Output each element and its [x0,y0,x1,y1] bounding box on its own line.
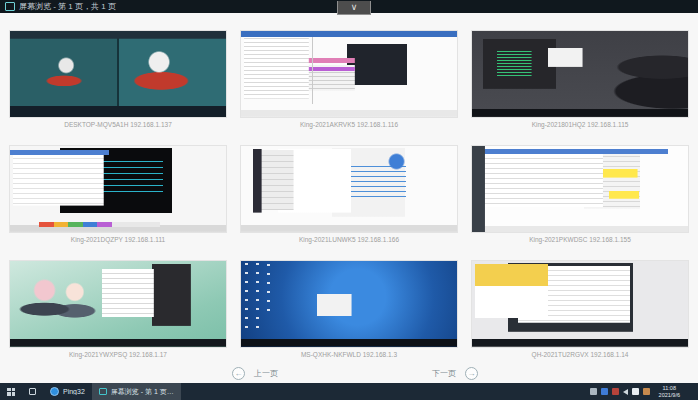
screen-thumbnail[interactable] [471,30,689,118]
screen-thumbnail[interactable] [471,260,689,348]
grid-icon[interactable] [590,388,597,395]
prev-page-button[interactable]: ← 上一页 [232,366,278,381]
ping32-app-icon [50,387,59,396]
taskbar-clock[interactable]: 11:08 2021/9/6 [654,385,685,399]
app-orange-icon[interactable] [643,388,650,395]
machine-caption: King-2021AKRVK5 192.168.1.116 [240,118,458,131]
screen-tile[interactable]: King-2021YWXPSQ 192.168.1.17 [9,260,227,361]
screen-thumbnail[interactable] [9,145,227,233]
taskbar-item-ping32[interactable]: Ping32 [43,383,92,400]
pagination: ← 上一页 下一页 → [0,366,698,381]
screen-tile[interactable]: King-2021PKWDSC 192.168.1.155 [471,145,689,246]
security-red-icon[interactable] [612,388,619,395]
system-tray: 11:08 2021/9/6 [586,383,698,400]
taskbar-item-label: 屏幕浏览 - 第 1 页… [111,387,174,397]
start-button[interactable] [0,383,22,400]
taskbar-item-label: Ping32 [63,388,85,395]
task-view-button[interactable] [22,383,43,400]
screen-tile[interactable]: MS-QXHK-NKFWLD 192.168.1.3 [240,260,458,361]
screen-tile[interactable]: King-2021AKRVK5 192.168.1.116 [240,30,458,131]
screen-tile[interactable]: King-2021801HQ2 192.168.1.115 [471,30,689,131]
monitor-icon [99,388,107,395]
screen-thumbnail[interactable] [240,260,458,348]
screen-tile[interactable]: DESKTOP-MQV5A1H 192.168.1.137 [9,30,227,131]
taskbar-item-screen-browse[interactable]: 屏幕浏览 - 第 1 页… [92,383,181,400]
machine-caption: King-2021LUNWK5 192.168.1.166 [240,233,458,246]
machine-caption: King-2021801HQ2 192.168.1.115 [471,118,689,131]
machine-caption: King-2021DQZPY 192.168.1.111 [9,233,227,246]
screen-wall: DESKTOP-MQV5A1H 192.168.1.137 King-2021A… [0,13,698,383]
machine-caption: King-2021YWXPSQ 192.168.1.17 [9,348,227,361]
screen-tile[interactable]: King-2021LUNWK5 192.168.1.166 [240,145,458,246]
screen-thumbnail[interactable] [9,260,227,348]
prev-page-label[interactable]: 上一页 [254,368,278,379]
app-blue-icon[interactable] [601,388,608,395]
machine-caption: MS-QXHK-NKFWLD 192.168.1.3 [240,348,458,361]
arrow-right-icon[interactable]: → [465,367,478,380]
windows-taskbar: Ping32 屏幕浏览 - 第 1 页… 11:08 2021/9/6 [0,383,698,400]
screen-tile[interactable]: King-2021DQZPY 192.168.1.111 [9,145,227,246]
machine-caption: QH-2021TU2RGVX 192.168.1.14 [471,348,689,361]
next-page-button[interactable]: 下一页 → [432,366,478,381]
arrow-left-icon[interactable]: ← [232,367,245,380]
input-method-icon[interactable] [632,388,639,395]
app-window-icon [5,2,15,11]
screen-thumbnail[interactable] [240,145,458,233]
clock-date: 2021/9/6 [659,392,680,399]
screen-thumbnail[interactable] [240,30,458,118]
next-page-label[interactable]: 下一页 [432,368,456,379]
screen-grid: DESKTOP-MQV5A1H 192.168.1.137 King-2021A… [0,13,698,361]
machine-caption: DESKTOP-MQV5A1H 192.168.1.137 [9,118,227,131]
windows-logo-icon [7,388,15,396]
screen-thumbnail[interactable] [9,30,227,118]
window-title: 屏幕浏览 - 第 1 页，共 1 页 [19,1,116,12]
speaker-icon[interactable] [623,389,628,395]
screen-tile[interactable]: QH-2021TU2RGVX 192.168.1.14 [471,260,689,361]
chevron-down-icon: ∨ [351,3,358,12]
machine-caption: King-2021PKWDSC 192.168.1.155 [471,233,689,246]
task-view-icon [29,388,36,395]
toolbar-collapse-button[interactable]: ∨ [337,1,371,15]
screen-thumbnail[interactable] [471,145,689,233]
clock-time: 11:08 [663,385,676,392]
